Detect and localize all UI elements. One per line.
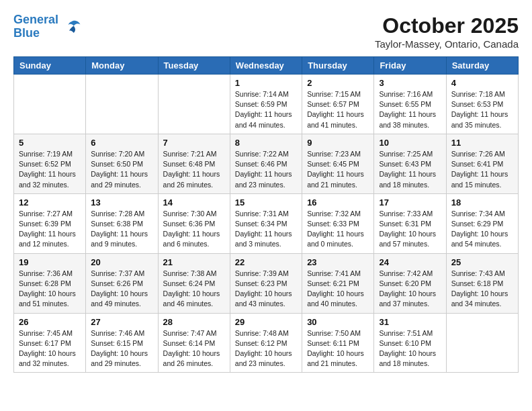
day-info: Sunrise: 7:38 AM Sunset: 6:24 PM Dayligh… (163, 269, 225, 310)
day-cell-1: 1Sunrise: 7:14 AM Sunset: 6:59 PM Daylig… (230, 75, 302, 134)
day-cell-28: 28Sunrise: 7:47 AM Sunset: 6:14 PM Dayli… (158, 313, 230, 373)
day-info: Sunrise: 7:28 AM Sunset: 6:38 PM Dayligh… (91, 209, 152, 250)
day-cell-23: 23Sunrise: 7:41 AM Sunset: 6:21 PM Dayli… (302, 253, 374, 313)
day-cell-4: 4Sunrise: 7:18 AM Sunset: 6:53 PM Daylig… (446, 75, 518, 134)
day-info: Sunrise: 7:21 AM Sunset: 6:48 PM Dayligh… (163, 149, 225, 190)
day-number: 3 (379, 78, 441, 88)
day-info: Sunrise: 7:22 AM Sunset: 6:46 PM Dayligh… (235, 149, 297, 190)
day-info: Sunrise: 7:51 AM Sunset: 6:10 PM Dayligh… (379, 328, 441, 369)
week-row-1: 1Sunrise: 7:14 AM Sunset: 6:59 PM Daylig… (14, 75, 519, 134)
day-number: 8 (235, 138, 297, 148)
day-cell-6: 6Sunrise: 7:20 AM Sunset: 6:50 PM Daylig… (86, 134, 158, 193)
logo-bird-icon (61, 17, 81, 37)
day-cell-2: 2Sunrise: 7:15 AM Sunset: 6:57 PM Daylig… (302, 75, 374, 134)
day-cell-3: 3Sunrise: 7:16 AM Sunset: 6:55 PM Daylig… (374, 75, 446, 134)
day-number: 28 (163, 317, 225, 327)
week-row-5: 26Sunrise: 7:45 AM Sunset: 6:17 PM Dayli… (14, 313, 519, 373)
day-number: 6 (91, 138, 152, 148)
logo-text: General Blue (13, 13, 58, 40)
day-number: 23 (307, 257, 369, 267)
weekday-header-thursday: Thursday (302, 57, 374, 75)
day-cell-5: 5Sunrise: 7:19 AM Sunset: 6:52 PM Daylig… (14, 134, 86, 193)
day-cell-17: 17Sunrise: 7:33 AM Sunset: 6:31 PM Dayli… (374, 193, 446, 253)
day-number: 15 (235, 197, 297, 208)
day-number: 22 (235, 257, 297, 267)
day-cell-25: 25Sunrise: 7:43 AM Sunset: 6:18 PM Dayli… (446, 253, 518, 313)
day-number: 31 (379, 317, 441, 327)
day-cell-27: 27Sunrise: 7:46 AM Sunset: 6:15 PM Dayli… (86, 313, 158, 373)
day-cell-15: 15Sunrise: 7:31 AM Sunset: 6:34 PM Dayli… (230, 193, 302, 253)
day-number: 7 (163, 138, 225, 148)
title-block: October 2025 Taylor-Massey, Ontario, Can… (375, 13, 519, 50)
day-cell-24: 24Sunrise: 7:42 AM Sunset: 6:20 PM Dayli… (374, 253, 446, 313)
month-title: October 2025 (375, 13, 519, 38)
day-number: 14 (163, 197, 225, 208)
day-number: 25 (451, 257, 513, 267)
day-info: Sunrise: 7:43 AM Sunset: 6:18 PM Dayligh… (451, 269, 513, 310)
day-cell-22: 22Sunrise: 7:39 AM Sunset: 6:23 PM Dayli… (230, 253, 302, 313)
day-cell-13: 13Sunrise: 7:28 AM Sunset: 6:38 PM Dayli… (86, 193, 158, 253)
day-info: Sunrise: 7:18 AM Sunset: 6:53 PM Dayligh… (451, 89, 513, 130)
weekday-header-monday: Monday (86, 57, 158, 75)
day-cell-10: 10Sunrise: 7:25 AM Sunset: 6:43 PM Dayli… (374, 134, 446, 193)
day-number: 4 (451, 78, 513, 88)
day-cell-21: 21Sunrise: 7:38 AM Sunset: 6:24 PM Dayli… (158, 253, 230, 313)
day-info: Sunrise: 7:50 AM Sunset: 6:11 PM Dayligh… (307, 328, 369, 369)
day-info: Sunrise: 7:31 AM Sunset: 6:34 PM Dayligh… (235, 209, 297, 250)
location-subtitle: Taylor-Massey, Ontario, Canada (375, 38, 519, 50)
weekday-header-saturday: Saturday (446, 57, 518, 75)
day-cell-19: 19Sunrise: 7:36 AM Sunset: 6:28 PM Dayli… (14, 253, 86, 313)
day-info: Sunrise: 7:48 AM Sunset: 6:12 PM Dayligh… (235, 328, 297, 369)
day-cell-30: 30Sunrise: 7:50 AM Sunset: 6:11 PM Dayli… (302, 313, 374, 373)
week-row-4: 19Sunrise: 7:36 AM Sunset: 6:28 PM Dayli… (14, 253, 519, 313)
week-row-2: 5Sunrise: 7:19 AM Sunset: 6:52 PM Daylig… (14, 134, 519, 193)
day-info: Sunrise: 7:20 AM Sunset: 6:50 PM Dayligh… (91, 149, 152, 190)
day-cell-14: 14Sunrise: 7:30 AM Sunset: 6:36 PM Dayli… (158, 193, 230, 253)
day-number: 9 (307, 138, 369, 148)
day-number: 16 (307, 197, 369, 208)
day-number: 27 (91, 317, 152, 327)
day-number: 18 (451, 197, 513, 208)
day-number: 26 (19, 317, 81, 327)
day-number: 10 (379, 138, 441, 148)
weekday-header-friday: Friday (374, 57, 446, 75)
weekday-header-wednesday: Wednesday (230, 57, 302, 75)
day-cell-20: 20Sunrise: 7:37 AM Sunset: 6:26 PM Dayli… (86, 253, 158, 313)
day-number: 19 (19, 257, 81, 267)
page-header: General Blue October 2025 Taylor-Massey,… (13, 13, 519, 50)
day-cell-31: 31Sunrise: 7:51 AM Sunset: 6:10 PM Dayli… (374, 313, 446, 373)
day-cell-7: 7Sunrise: 7:21 AM Sunset: 6:48 PM Daylig… (158, 134, 230, 193)
logo: General Blue (13, 13, 81, 40)
day-info: Sunrise: 7:16 AM Sunset: 6:55 PM Dayligh… (379, 89, 441, 130)
day-info: Sunrise: 7:41 AM Sunset: 6:21 PM Dayligh… (307, 269, 369, 310)
empty-cell (446, 313, 518, 373)
day-info: Sunrise: 7:15 AM Sunset: 6:57 PM Dayligh… (307, 89, 369, 130)
day-info: Sunrise: 7:45 AM Sunset: 6:17 PM Dayligh… (19, 328, 81, 369)
day-number: 30 (307, 317, 369, 327)
day-info: Sunrise: 7:25 AM Sunset: 6:43 PM Dayligh… (379, 149, 441, 190)
day-number: 1 (235, 78, 297, 88)
day-info: Sunrise: 7:30 AM Sunset: 6:36 PM Dayligh… (163, 209, 225, 250)
day-cell-29: 29Sunrise: 7:48 AM Sunset: 6:12 PM Dayli… (230, 313, 302, 373)
day-cell-26: 26Sunrise: 7:45 AM Sunset: 6:17 PM Dayli… (14, 313, 86, 373)
day-number: 11 (451, 138, 513, 148)
day-number: 17 (379, 197, 441, 208)
day-info: Sunrise: 7:19 AM Sunset: 6:52 PM Dayligh… (19, 149, 81, 190)
day-info: Sunrise: 7:14 AM Sunset: 6:59 PM Dayligh… (235, 89, 297, 130)
week-row-3: 12Sunrise: 7:27 AM Sunset: 6:39 PM Dayli… (14, 193, 519, 253)
day-cell-11: 11Sunrise: 7:26 AM Sunset: 6:41 PM Dayli… (446, 134, 518, 193)
empty-cell (86, 75, 158, 134)
day-number: 12 (19, 197, 81, 208)
empty-cell (14, 75, 86, 134)
day-number: 21 (163, 257, 225, 267)
day-info: Sunrise: 7:47 AM Sunset: 6:14 PM Dayligh… (163, 328, 225, 369)
day-info: Sunrise: 7:39 AM Sunset: 6:23 PM Dayligh… (235, 269, 297, 310)
calendar-table: SundayMondayTuesdayWednesdayThursdayFrid… (13, 56, 519, 373)
day-info: Sunrise: 7:33 AM Sunset: 6:31 PM Dayligh… (379, 209, 441, 250)
day-number: 13 (91, 197, 152, 208)
day-number: 29 (235, 317, 297, 327)
empty-cell (158, 75, 230, 134)
day-info: Sunrise: 7:26 AM Sunset: 6:41 PM Dayligh… (451, 149, 513, 190)
day-cell-18: 18Sunrise: 7:34 AM Sunset: 6:29 PM Dayli… (446, 193, 518, 253)
day-number: 5 (19, 138, 81, 148)
